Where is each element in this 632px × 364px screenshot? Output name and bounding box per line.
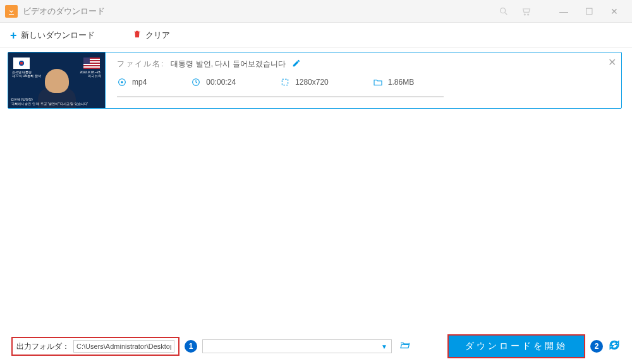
flag-kr-icon bbox=[13, 58, 30, 69]
download-arrow-icon bbox=[7, 7, 16, 16]
format-icon bbox=[117, 77, 127, 87]
meta-row: mp4 00:00:24 1280x720 bbox=[117, 77, 612, 87]
filename-value: 대통령 발언, 다시 들어보겠습니다 bbox=[171, 59, 285, 70]
download-list: 윤석열 대통령제77차 UN총회 참석 2022.9.18.~23.미국 뉴욕 … bbox=[0, 48, 632, 109]
resolution-icon bbox=[280, 77, 290, 87]
svg-point-0 bbox=[501, 8, 506, 13]
bottom-bar: 出力フォルダ： 1 ▼ ダウンロードを開始 2 bbox=[0, 329, 632, 364]
video-thumbnail: 윤석열 대통령제77차 UN총회 참석 2022.9.18.~23.미국 뉴욕 … bbox=[8, 52, 106, 108]
svg-rect-5 bbox=[282, 79, 288, 85]
edit-filename-button[interactable] bbox=[292, 59, 301, 70]
output-folder-group: 出力フォルダ： bbox=[11, 337, 179, 356]
item-body: ✕ ファイル名: 대통령 발언, 다시 들어보겠습니다 mp4 bbox=[113, 52, 621, 108]
clock-icon bbox=[191, 77, 201, 87]
titlebar: ビデオのダウンロード — ☐ ✕ bbox=[0, 0, 632, 23]
svg-line-1 bbox=[505, 13, 507, 15]
remove-item-button[interactable]: ✕ bbox=[608, 56, 616, 68]
resolution-value: 1280x720 bbox=[295, 78, 329, 87]
start-download-label: ダウンロードを開始 bbox=[465, 341, 568, 352]
thumb-text-left: 윤석열 대통령제77차 UN총회 참석 bbox=[12, 70, 41, 78]
folder-icon bbox=[373, 77, 383, 87]
minimize-button[interactable]: — bbox=[551, 3, 576, 20]
open-folder-button[interactable] bbox=[398, 340, 411, 353]
duration-value: 00:00:24 bbox=[206, 78, 236, 87]
output-folder-label: 出力フォルダ： bbox=[16, 341, 70, 352]
new-download-button[interactable]: + 新しいダウンロード bbox=[10, 30, 95, 41]
filename-label: ファイル名: bbox=[117, 59, 164, 70]
meta-format: mp4 bbox=[117, 77, 147, 87]
start-download-button[interactable]: ダウンロードを開始 bbox=[447, 334, 585, 358]
format-dropdown[interactable]: ▼ bbox=[202, 339, 392, 353]
toolbar: + 新しいダウンロード クリア bbox=[0, 23, 632, 48]
annotation-1: 1 bbox=[185, 340, 197, 353]
title-right-icons: — ☐ ✕ bbox=[498, 3, 627, 20]
app-icon bbox=[5, 5, 18, 18]
annotation-2: 2 bbox=[590, 340, 603, 353]
trash-icon bbox=[133, 30, 142, 40]
new-download-label: 新しいダウンロード bbox=[21, 30, 95, 41]
download-item[interactable]: 윤석열 대통령제77차 UN총회 참석 2022.9.18.~23.미국 뉴욕 … bbox=[8, 52, 622, 109]
clear-button[interactable]: クリア bbox=[133, 30, 170, 41]
thumb-person bbox=[45, 69, 69, 93]
clear-label: クリア bbox=[145, 30, 170, 41]
flag-us-icon bbox=[83, 58, 100, 69]
window-title: ビデオのダウンロード bbox=[23, 6, 498, 17]
thumb-caption: 김은혜 (임명장) '국회에서 승인 안 해 주고' '발언이' '다시고 말 … bbox=[8, 96, 105, 107]
maximize-button[interactable]: ☐ bbox=[576, 3, 602, 20]
svg-point-3 bbox=[121, 81, 123, 83]
refresh-button[interactable] bbox=[608, 339, 621, 354]
search-icon[interactable] bbox=[498, 6, 509, 17]
output-folder-input[interactable] bbox=[73, 340, 174, 353]
thumb-text-right: 2022.9.18.~23.미국 뉴욕 bbox=[80, 70, 101, 78]
meta-duration: 00:00:24 bbox=[191, 77, 236, 87]
progress-bar bbox=[117, 96, 444, 97]
plus-icon: + bbox=[10, 30, 17, 41]
close-window-button[interactable]: ✕ bbox=[602, 3, 627, 20]
meta-size: 1.86MB bbox=[373, 77, 414, 87]
format-value: mp4 bbox=[132, 78, 147, 87]
cart-icon[interactable] bbox=[521, 6, 532, 17]
meta-resolution: 1280x720 bbox=[280, 77, 329, 87]
size-value: 1.86MB bbox=[388, 78, 414, 87]
chevron-down-icon: ▼ bbox=[381, 343, 387, 350]
